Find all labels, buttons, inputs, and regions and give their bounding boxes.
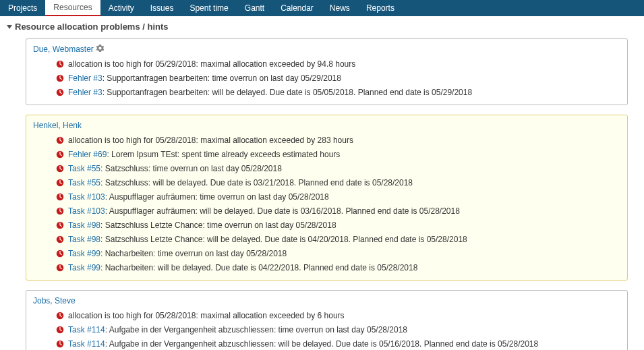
hint-item: allocation is too high for 05/28/2018: m… xyxy=(56,133,620,147)
hint-text: : Supportanfragen bearbeiten: will be de… xyxy=(103,88,472,97)
hint-text: : Nacharbeiten: time overrun on last day… xyxy=(100,249,287,258)
hint-item: Task #114: Aufgabe in der Vergangenheit … xyxy=(56,322,620,337)
hint-item: Task #98: Satzschluss Letzte Chance: tim… xyxy=(56,218,620,232)
issue-link[interactable]: Task #99 xyxy=(68,263,100,272)
clock-icon xyxy=(56,221,64,229)
content-area: Due, Webmasterallocation is too high for… xyxy=(0,34,644,350)
nav-item-spent-time[interactable]: Spent time xyxy=(181,0,236,16)
nav-item-reports[interactable]: Reports xyxy=(358,0,403,16)
clock-icon xyxy=(56,326,64,334)
hint-item: Task #55: Satzschluss: time overrun on l… xyxy=(56,161,620,175)
nav-item-issues[interactable]: Issues xyxy=(142,0,182,16)
hint-text: allocation is too high for 05/28/2018: m… xyxy=(68,311,345,320)
user-card: Due, Webmasterallocation is too high for… xyxy=(26,38,628,105)
hint-text: : Satzschluss Letzte Chance: time overru… xyxy=(100,221,336,230)
clock-icon xyxy=(56,136,64,144)
user-card: Jobs, Steveallocation is too high for 05… xyxy=(26,290,628,350)
clock-icon xyxy=(56,193,64,201)
hint-list: allocation is too high for 05/28/2018: m… xyxy=(33,305,620,350)
nav-item-projects[interactable]: Projects xyxy=(0,0,45,16)
hint-text: : Aufgabe in der Vergangenheit abzuschli… xyxy=(105,325,407,334)
hint-text: allocation is too high for 05/28/2018: m… xyxy=(68,136,353,145)
nav-item-gantt[interactable]: Gantt xyxy=(237,0,272,16)
issue-link[interactable]: Task #103 xyxy=(68,192,105,202)
clock-icon xyxy=(56,179,64,187)
hint-text: : Lorem Ipsum TEst: spent time already e… xyxy=(107,150,340,159)
hint-item: Task #103: Auspufflager aufräumen: will … xyxy=(56,204,620,218)
issue-link[interactable]: Task #99 xyxy=(68,249,100,258)
hint-list: allocation is too high for 05/29/2018: m… xyxy=(33,54,620,99)
hint-item: Fehler #3: Supportanfragen bearbeiten: w… xyxy=(56,85,620,99)
hint-list: allocation is too high for 05/28/2018: m… xyxy=(33,130,620,274)
hint-item: allocation is too high for 05/29/2018: m… xyxy=(56,57,620,71)
issue-link[interactable]: Fehler #69 xyxy=(68,150,107,159)
chevron-down-icon xyxy=(7,25,12,29)
issue-link[interactable]: Task #114 xyxy=(68,339,105,349)
hint-text: : Auspufflager aufräumen: will be delaye… xyxy=(105,206,460,216)
hint-text: : Aufgabe in der Vergangenheit abzuschli… xyxy=(105,339,538,349)
clock-icon xyxy=(56,340,64,348)
nav-item-news[interactable]: News xyxy=(322,0,358,16)
hint-text: : Satzschluss: time overrun on last day … xyxy=(100,164,282,173)
hint-text: : Auspufflager aufräumen: time overrun o… xyxy=(105,192,329,202)
hint-item: Fehler #69: Lorem Ipsum TEst: spent time… xyxy=(56,147,620,161)
nav-item-calendar[interactable]: Calendar xyxy=(272,0,322,16)
gear-icon xyxy=(96,45,104,54)
hint-text: : Supportanfragen bearbeiten: time overr… xyxy=(103,74,341,83)
hint-text: allocation is too high for 05/29/2018: m… xyxy=(68,59,355,69)
issue-link[interactable]: Task #55 xyxy=(68,178,100,187)
clock-icon xyxy=(56,312,64,320)
user-link[interactable]: Henkel, Henk xyxy=(33,121,82,130)
clock-icon xyxy=(56,74,64,82)
issue-link[interactable]: Fehler #3 xyxy=(68,88,103,97)
hint-item: Task #99: Nacharbeiten: will be delayed.… xyxy=(56,260,620,274)
hint-item: Task #99: Nacharbeiten: time overrun on … xyxy=(56,246,620,260)
hint-text: : Nacharbeiten: will be delayed. Due dat… xyxy=(100,263,417,272)
hint-item: Task #114: Aufgabe in der Vergangenheit … xyxy=(56,337,620,350)
clock-icon xyxy=(56,150,64,158)
section-header[interactable]: Resource allocation problems / hints xyxy=(0,16,644,34)
hint-item: Fehler #3: Supportanfragen bearbeiten: t… xyxy=(56,71,620,85)
issue-link[interactable]: Task #55 xyxy=(68,164,100,173)
hint-item: Task #98: Satzschluss Letzte Chance: wil… xyxy=(56,232,620,246)
clock-icon xyxy=(56,207,64,215)
issue-link[interactable]: Fehler #3 xyxy=(68,74,103,83)
clock-icon xyxy=(56,235,64,243)
user-link[interactable]: Due, Webmaster xyxy=(33,45,104,54)
hint-text: : Satzschluss Letzte Chance: will be del… xyxy=(100,235,467,244)
section-title: Resource allocation problems / hints xyxy=(15,22,169,32)
hint-item: Task #103: Auspufflager aufräumen: time … xyxy=(56,189,620,204)
user-card: Henkel, Henkallocation is too high for 0… xyxy=(26,115,628,281)
clock-icon xyxy=(56,264,64,272)
clock-icon xyxy=(56,250,64,258)
clock-icon xyxy=(56,60,64,68)
clock-icon xyxy=(56,165,64,173)
top-nav: ProjectsResourcesActivityIssuesSpent tim… xyxy=(0,0,644,16)
issue-link[interactable]: Task #98 xyxy=(68,235,100,244)
hint-item: Task #55: Satzschluss: will be delayed. … xyxy=(56,175,620,189)
clock-icon xyxy=(56,88,64,96)
issue-link[interactable]: Task #98 xyxy=(68,221,100,230)
nav-item-activity[interactable]: Activity xyxy=(100,0,142,16)
hint-item: allocation is too high for 05/28/2018: m… xyxy=(56,308,620,322)
issue-link[interactable]: Task #103 xyxy=(68,206,105,216)
user-link[interactable]: Jobs, Steve xyxy=(33,296,76,305)
nav-item-resources[interactable]: Resources xyxy=(45,0,100,16)
hint-text: : Satzschluss: will be delayed. Due date… xyxy=(100,178,413,187)
issue-link[interactable]: Task #114 xyxy=(68,325,105,334)
